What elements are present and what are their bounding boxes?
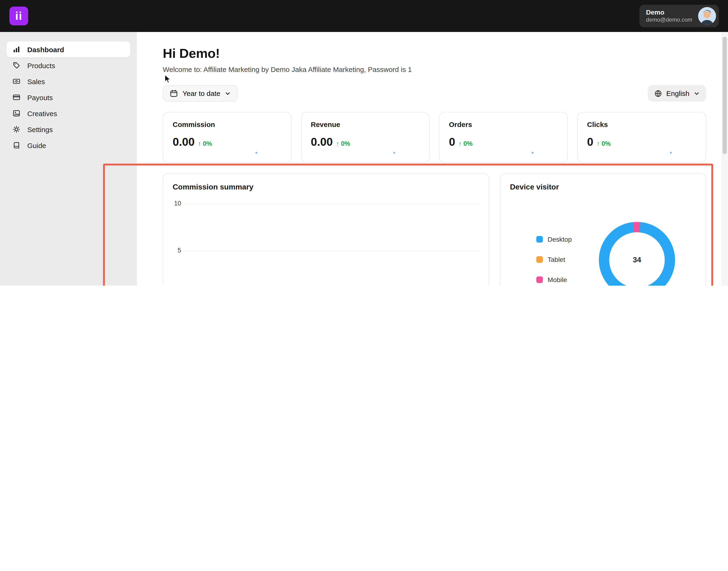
sidebar-item-guide[interactable]: Guide: [7, 137, 130, 153]
stats-row: Commission 0.00 ↑ 0% Revenue 0.00 ↑ 0% O…: [163, 112, 706, 163]
sidebar-item-label: Payouts: [27, 93, 53, 101]
sidebar-item-creatives[interactable]: Creatives: [7, 105, 130, 121]
filter-row: Year to date English: [163, 85, 706, 102]
tag-icon: [12, 61, 21, 70]
commission-summary-card: Commission summary 10 5 0 Jan 2026: [163, 173, 489, 286]
sidebar-item-label: Creatives: [27, 109, 57, 117]
sidebar-item-settings[interactable]: Settings: [7, 121, 130, 137]
donut-legend: Desktop Tablet Mobile: [536, 236, 572, 283]
sparkline-dot: [255, 152, 257, 154]
calendar-icon: [170, 89, 178, 97]
sidebar-item-products[interactable]: Products: [7, 58, 130, 73]
gridline: [184, 251, 479, 251]
user-email: demo@demo.com: [646, 16, 692, 23]
sidebar-nav: Dashboard Products Sales: [7, 41, 130, 153]
legend-label: Mobile: [548, 276, 567, 283]
scrollbar-thumb[interactable]: [722, 37, 727, 154]
device-visitor-card: Device visitor Desktop Tablet Mobile: [500, 173, 706, 286]
app-logo-text: ii: [15, 9, 22, 23]
legend-item-mobile: Mobile: [536, 276, 572, 283]
commission-summary-title: Commission summary: [173, 183, 479, 191]
legend-label: Tablet: [548, 256, 565, 263]
banknote-icon: [12, 77, 21, 86]
stat-value: 0.00: [173, 135, 194, 148]
date-range-dropdown[interactable]: Year to date: [163, 85, 238, 102]
sidebar-item-sales[interactable]: Sales: [7, 73, 130, 89]
stat-label: Commission: [173, 120, 282, 128]
sidebar-item-label: Dashboard: [27, 45, 64, 53]
user-info: Demo demo@demo.com: [646, 8, 692, 23]
stat-value: 0.00: [311, 135, 333, 148]
stat-delta: ↑ 0%: [597, 140, 611, 147]
welcome-text: Welcome to: Affiliate Marketing by Demo …: [163, 65, 706, 73]
language-label: English: [666, 89, 690, 97]
language-dropdown[interactable]: English: [648, 85, 706, 102]
user-menu[interactable]: Demo demo@demo.com: [640, 5, 719, 27]
page-title: Hi Demo!: [163, 46, 706, 61]
gear-icon: [12, 125, 21, 133]
stat-value: 0: [449, 135, 455, 148]
stat-card-commission: Commission 0.00 ↑ 0%: [163, 112, 291, 163]
sidebar-item-label: Sales: [27, 77, 45, 85]
y-axis-tick: 10: [163, 200, 181, 207]
donut-center-value: 34: [609, 232, 665, 286]
legend-item-desktop: Desktop: [536, 236, 572, 243]
stat-card-revenue: Revenue 0.00 ↑ 0%: [301, 112, 430, 163]
stat-label: Clicks: [587, 120, 696, 128]
sparkline-dot: [532, 152, 534, 154]
date-range-label: Year to date: [183, 89, 220, 97]
language-icon: [655, 90, 662, 97]
stat-label: Revenue: [311, 120, 420, 128]
stat-value: 0: [587, 135, 594, 148]
stat-label: Orders: [449, 120, 558, 128]
sidebar-item-dashboard[interactable]: Dashboard: [7, 41, 130, 58]
book-icon: [12, 141, 21, 149]
legend-label: Desktop: [548, 236, 572, 243]
tablet-swatch: [536, 256, 543, 263]
sidebar: Dashboard Products Sales: [0, 32, 137, 286]
chevron-down-icon: [225, 91, 231, 96]
mobile-swatch: [536, 276, 543, 283]
app: ii Demo demo@demo.com: [0, 0, 728, 286]
stat-delta: ↑ 0%: [336, 140, 350, 147]
device-visitor-title: Device visitor: [510, 183, 696, 191]
donut-chart: 34: [599, 222, 675, 286]
stat-card-clicks: Clicks 0 ↑ 0%: [577, 112, 706, 163]
stat-card-orders: Orders 0 ↑ 0%: [439, 112, 568, 163]
stat-delta: ↑ 0%: [198, 140, 212, 147]
charts-row: Commission summary 10 5 0 Jan 2026 Devic…: [163, 173, 706, 286]
sidebar-item-payouts[interactable]: Payouts: [7, 89, 130, 105]
image-icon: [12, 109, 21, 118]
sparkline-dot: [393, 152, 395, 154]
chevron-down-icon: [694, 91, 699, 96]
app-logo[interactable]: ii: [9, 7, 28, 25]
stat-delta: ↑ 0%: [458, 140, 472, 147]
sparkline-dot: [670, 152, 671, 154]
legend-item-tablet: Tablet: [536, 256, 572, 263]
scrollbar-track: [721, 32, 728, 286]
credit-card-icon: [12, 93, 21, 102]
avatar-illustration: [698, 7, 716, 25]
user-name: Demo: [646, 8, 692, 16]
main-content: Hi Demo! Welcome to: Affiliate Marketing…: [137, 32, 728, 286]
gridline: [184, 204, 479, 204]
sidebar-item-label: Products: [27, 62, 55, 69]
sidebar-item-label: Guide: [27, 141, 46, 149]
desktop-swatch: [536, 236, 543, 243]
bar-chart-icon: [12, 45, 21, 53]
avatar: [698, 7, 716, 25]
y-axis-tick: 5: [163, 247, 181, 254]
topbar: ii Demo demo@demo.com: [0, 0, 728, 32]
sidebar-item-label: Settings: [27, 125, 53, 133]
